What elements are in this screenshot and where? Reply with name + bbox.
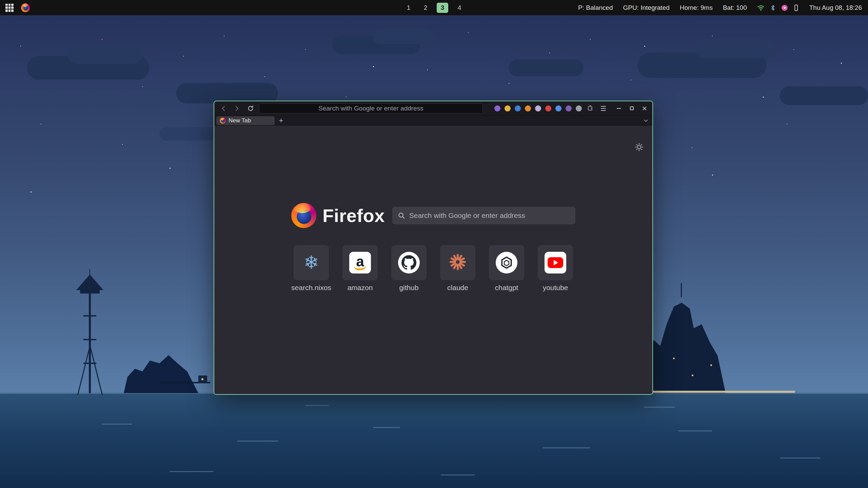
shortcut-claude[interactable]: claude bbox=[440, 245, 475, 292]
workspace-2[interactable]: 2 bbox=[420, 3, 431, 13]
watchtower-silhouette bbox=[71, 274, 108, 393]
window-controls bbox=[615, 105, 648, 112]
tab-title: New Tab bbox=[229, 117, 251, 124]
minimize-icon[interactable] bbox=[615, 105, 623, 112]
search-icon bbox=[398, 212, 405, 219]
forward-button[interactable] bbox=[232, 103, 242, 114]
tab-list-chevron-icon[interactable] bbox=[642, 116, 650, 125]
workspace-switcher: 1 2 3 4 bbox=[403, 0, 465, 15]
new-tab-page: Firefox search.nixos bbox=[214, 126, 652, 394]
navigation-toolbar bbox=[214, 101, 652, 116]
left-island-silhouette bbox=[124, 339, 198, 393]
wifi-icon[interactable] bbox=[757, 4, 765, 12]
amazon-icon bbox=[349, 252, 371, 273]
extension-icon-2[interactable] bbox=[505, 105, 511, 111]
tab-strip: New Tab bbox=[214, 116, 652, 126]
shortcut-youtube[interactable]: youtube bbox=[538, 245, 573, 292]
youtube-play-icon bbox=[545, 252, 566, 273]
power-profile-status: P: Balanced bbox=[578, 4, 613, 12]
extension-icon-6[interactable] bbox=[545, 105, 551, 111]
shortcut-label: amazon bbox=[348, 284, 373, 292]
gpu-status: GPU: Integrated bbox=[623, 4, 669, 12]
close-icon[interactable] bbox=[641, 105, 648, 112]
hut-silhouette bbox=[198, 375, 207, 383]
shortcut-search-nixos[interactable]: search.nixos bbox=[294, 245, 329, 292]
reload-button[interactable] bbox=[245, 103, 256, 114]
shortcut-amazon[interactable]: amazon bbox=[342, 245, 378, 292]
workspace-3-active[interactable]: 3 bbox=[437, 3, 448, 13]
back-button[interactable] bbox=[218, 103, 229, 114]
desktop: 1 2 3 4 P: Balanced GPU: Integrated Home… bbox=[0, 0, 868, 488]
newtab-search-input[interactable] bbox=[409, 211, 570, 220]
shortcut-label: youtube bbox=[543, 284, 568, 292]
firefox-launcher-icon[interactable] bbox=[21, 3, 30, 12]
tab-new-tab[interactable]: New Tab bbox=[216, 116, 275, 125]
menu-icon[interactable] bbox=[599, 104, 608, 113]
status-bar-right: P: Balanced GPU: Integrated Home: 9ms Ba… bbox=[578, 4, 868, 12]
shortcut-label: github bbox=[399, 284, 418, 292]
notification-icon[interactable] bbox=[782, 5, 788, 11]
workspace-4[interactable]: 4 bbox=[454, 3, 465, 13]
workspace-1[interactable]: 1 bbox=[403, 3, 414, 13]
phone-icon[interactable] bbox=[793, 4, 799, 12]
stars-bright-layer bbox=[0, 15, 1, 16]
toolbar-right bbox=[494, 104, 648, 113]
claude-starburst-icon bbox=[448, 252, 467, 273]
latency-status: Home: 9ms bbox=[680, 4, 713, 12]
newtab-search-box[interactable] bbox=[392, 207, 575, 224]
tab-favicon-firefox-icon bbox=[220, 118, 226, 124]
antenna-silhouette bbox=[681, 283, 682, 297]
shortcut-label: search.nixos bbox=[291, 284, 331, 292]
extensions-puzzle-icon[interactable] bbox=[586, 104, 595, 113]
maximize-icon[interactable] bbox=[628, 105, 635, 112]
status-bar: 1 2 3 4 P: Balanced GPU: Integrated Home… bbox=[0, 0, 868, 15]
shortcut-label: claude bbox=[447, 284, 468, 292]
shortcut-label: chatgpt bbox=[495, 284, 518, 292]
shortcut-chatgpt[interactable]: chatgpt bbox=[489, 245, 524, 292]
system-tray bbox=[757, 4, 799, 12]
newtab-hero: Firefox bbox=[214, 203, 652, 228]
shortcut-tiles: search.nixos amazon bbox=[214, 245, 652, 292]
extension-icon-4[interactable] bbox=[525, 105, 531, 111]
url-bar[interactable] bbox=[259, 103, 483, 114]
clock: Thu Aug 08, 18:26 bbox=[809, 4, 862, 12]
firefox-wordmark: Firefox bbox=[322, 205, 385, 226]
status-bar-left bbox=[0, 3, 30, 12]
nixos-snowflake-icon bbox=[303, 253, 319, 272]
chatgpt-icon bbox=[496, 252, 517, 273]
right-island-silhouette bbox=[646, 295, 726, 393]
firefox-window: New Tab bbox=[214, 101, 653, 395]
extension-icon-3[interactable] bbox=[515, 105, 521, 111]
extension-icon-1[interactable] bbox=[494, 105, 500, 111]
extension-icon-7[interactable] bbox=[555, 105, 561, 111]
personalize-gear-icon[interactable] bbox=[635, 143, 644, 153]
extension-icon-5[interactable] bbox=[535, 105, 541, 111]
github-octocat-icon bbox=[398, 252, 420, 273]
new-tab-button[interactable] bbox=[277, 116, 285, 125]
bluetooth-icon[interactable] bbox=[770, 4, 776, 11]
firefox-logo-icon bbox=[291, 203, 316, 228]
extension-icon-9[interactable] bbox=[576, 105, 582, 111]
beach-strip bbox=[646, 391, 795, 393]
app-grid-icon[interactable] bbox=[5, 4, 14, 12]
shortcut-github[interactable]: github bbox=[391, 245, 427, 292]
battery-status: Bat: 100 bbox=[723, 4, 747, 12]
extension-icon-8[interactable] bbox=[566, 105, 572, 111]
